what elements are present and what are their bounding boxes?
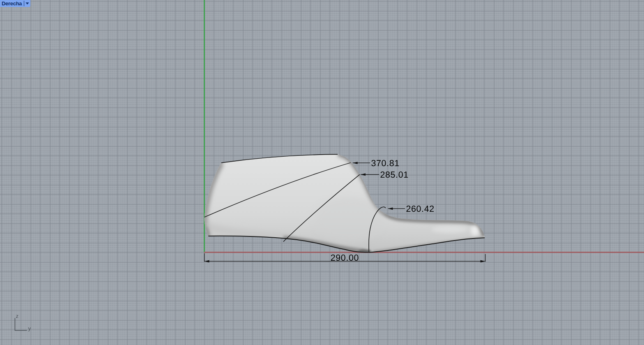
svg-text:285.01: 285.01	[380, 170, 409, 180]
svg-text:y: y	[28, 325, 31, 331]
svg-text:290.00: 290.00	[331, 253, 359, 263]
svg-text:260.42: 260.42	[406, 204, 435, 214]
svg-text:370.81: 370.81	[371, 158, 400, 168]
svg-text:z: z	[16, 313, 19, 319]
